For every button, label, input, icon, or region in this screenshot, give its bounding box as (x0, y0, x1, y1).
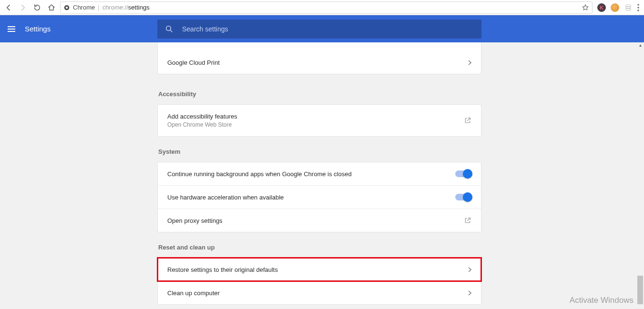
hardware-acceleration-row[interactable]: Use hardware acceleration when available (158, 186, 481, 209)
row-label: Google Cloud Print (167, 59, 220, 66)
proxy-settings-row[interactable]: Open proxy settings (158, 209, 481, 232)
chrome-menu-button[interactable] (637, 4, 639, 11)
row-sublabel: Open Chrome Web Store (167, 121, 237, 128)
row-label: Restore settings to their original defau… (167, 266, 278, 273)
row-label: Continue running background apps when Go… (167, 170, 352, 178)
address-bar[interactable]: Chrome | chrome://settings (60, 1, 593, 14)
section-title-accessibility: Accessibility (158, 90, 481, 98)
svg-point-6 (637, 7, 639, 8)
svg-point-7 (637, 10, 639, 11)
browser-toolbar: Chrome | chrome://settings K (0, 0, 644, 15)
address-origin: Chrome (73, 4, 95, 11)
forward-button[interactable] (17, 2, 29, 13)
google-cloud-print-row[interactable]: Google Cloud Print (158, 51, 481, 74)
system-card: Continue running background apps when Go… (157, 162, 481, 232)
clean-up-computer-row[interactable]: Clean up computer (158, 281, 481, 304)
extension-icon-1[interactable]: K (597, 3, 606, 12)
hamburger-menu-icon[interactable] (8, 26, 15, 32)
extension-icon-2[interactable] (611, 3, 619, 12)
accessibility-card: Add accessibility features Open Chrome W… (157, 104, 481, 137)
external-link-icon (464, 117, 471, 124)
background-apps-row[interactable]: Continue running background apps when Go… (158, 162, 481, 185)
windows-activation-watermark: Activate Windows (570, 296, 634, 305)
chevron-right-icon (468, 290, 471, 296)
home-button[interactable] (46, 2, 57, 13)
svg-line-9 (170, 30, 172, 32)
svg-point-1 (66, 6, 68, 9)
settings-content: Google Cloud Print Accessibility Add acc… (0, 42, 644, 309)
section-title-reset: Reset and clean up (158, 244, 481, 251)
hardware-acceleration-toggle[interactable] (455, 194, 471, 200)
chrome-favicon-icon (63, 4, 70, 11)
add-accessibility-features-row[interactable]: Add accessibility features Open Chrome W… (158, 105, 481, 136)
back-button[interactable] (3, 2, 14, 13)
extensions-area: K (595, 3, 641, 12)
search-settings-input[interactable] (182, 25, 474, 33)
scroll-up-arrow-icon[interactable]: ▴ (636, 42, 644, 48)
restore-defaults-row[interactable]: Restore settings to their original defau… (158, 258, 481, 281)
row-label: Use hardware acceleration when available (167, 194, 284, 201)
scrollbar[interactable]: ▴ (636, 42, 644, 309)
extension-icon-3[interactable] (624, 3, 633, 12)
page-title: Settings (25, 25, 51, 33)
chevron-right-icon (468, 267, 471, 272)
row-label: Open proxy settings (167, 217, 223, 224)
search-icon (165, 25, 174, 33)
external-link-icon (464, 217, 471, 224)
bookmark-star-icon[interactable] (582, 4, 589, 11)
address-url: chrome://settings (102, 4, 150, 11)
row-label: Clean up computer (167, 289, 220, 297)
background-apps-toggle[interactable] (455, 170, 471, 177)
settings-header: Settings (0, 15, 644, 42)
chevron-right-icon (468, 60, 471, 65)
reload-button[interactable] (31, 2, 43, 13)
scrollbar-thumb[interactable] (637, 276, 643, 304)
section-title-system: System (158, 148, 481, 155)
reset-card: Restore settings to their original defau… (157, 258, 481, 305)
svg-point-5 (637, 4, 639, 5)
printing-card: Google Cloud Print (157, 42, 481, 74)
search-settings-box[interactable] (157, 20, 481, 39)
row-label: Add accessibility features (167, 113, 237, 120)
